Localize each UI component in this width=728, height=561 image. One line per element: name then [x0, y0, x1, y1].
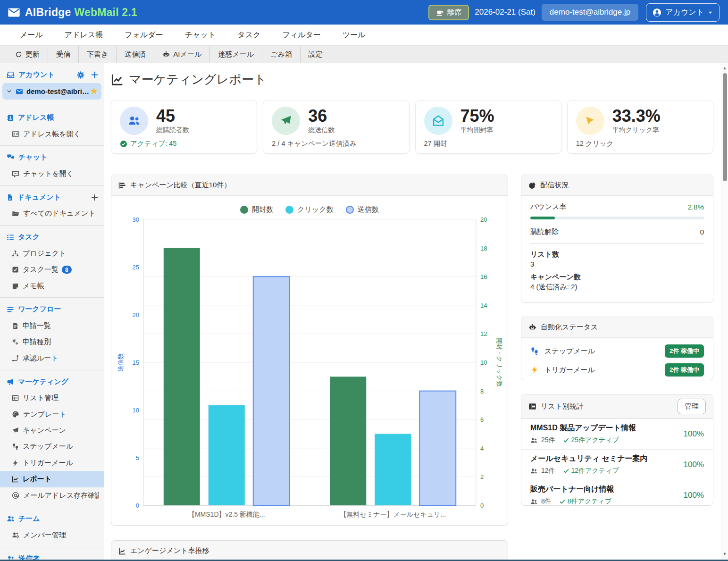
sidebar-item-approval-routes[interactable]: 承認ルート [0, 350, 104, 366]
tab-tasks[interactable]: タスク [237, 30, 260, 40]
away-button-label: 離席 [447, 8, 461, 17]
sidebar-section-team: チーム メンバー管理 [0, 507, 104, 546]
sidebar-item-open-addressbook[interactable]: アドレス帳を開く [0, 126, 104, 142]
y-axis-tick-right: 14 [480, 302, 487, 309]
delivery-status-header: 配信状況 [521, 175, 713, 196]
bar-送信数[interactable] [419, 391, 456, 505]
account-menu-button[interactable]: アカウント [646, 3, 720, 22]
sidebar-item-templates[interactable]: テンプレート [0, 406, 104, 422]
workflow-bars-icon [7, 306, 14, 313]
drafts-button[interactable]: 下書き [79, 46, 117, 63]
campaign-chart-card: キャンペーン比較（直近10件） 開封数クリック数送信数 024681012141… [111, 175, 508, 526]
sidebar-item-email-verification[interactable]: メールアドレス存在確認 [0, 487, 104, 503]
sidebar-item-step-mail[interactable]: ステップメール [0, 439, 104, 455]
chart-legend: 開封数クリック数送信数 [111, 196, 508, 218]
tab-mail[interactable]: メール [20, 30, 43, 40]
scroll-down-arrow[interactable]: ▼ [721, 552, 728, 556]
check-icon [559, 498, 566, 505]
list-active-count: 8件アクティブ [568, 497, 611, 506]
sidebar-account-item[interactable]: demo-test@aibri… ★ [2, 83, 101, 100]
inbox-label: 受信 [56, 50, 70, 59]
refresh-label: 更新 [25, 50, 40, 59]
tab-tools[interactable]: ツール [343, 30, 366, 40]
campaign-chart-header: キャンペーン比較（直近10件） [111, 175, 508, 196]
divider [530, 243, 704, 244]
paper-plane-icon [280, 115, 292, 126]
footprints-icon [530, 347, 539, 355]
marketing-section-header: マーケティング [0, 374, 104, 390]
sidebar-item-open-chat[interactable]: チャットを開く [0, 166, 104, 182]
main-content: マーケティングレポート 4 [104, 63, 721, 560]
legend-item[interactable]: クリック数 [285, 205, 333, 214]
list-stats-header: リスト別統計 管理 [521, 394, 713, 419]
sidebar-item-task-list[interactable]: タスク一覧 8 [0, 262, 104, 278]
sidebar-item-projects[interactable]: プロジェクト [0, 245, 104, 261]
stat-card-subscribers: 45 総購読者数 アクティブ: 45 [111, 100, 257, 154]
sidebar-item-label: トリガーメール [23, 459, 73, 468]
spam-label: 迷惑メール [218, 50, 254, 59]
stat-card-sent: 36 総送信数 2 / 4 キャンペーン送信済み [263, 100, 409, 154]
bar-クリック数[interactable] [209, 405, 245, 505]
vertical-scrollbar[interactable]: ▲ ▼ [721, 63, 728, 560]
delivery-status-card: 配信状況 バウンス率 2.8% 購読解除 [521, 175, 713, 303]
bar-送信数[interactable] [253, 276, 290, 505]
y-axis-tick-left: 25 [133, 264, 139, 271]
envelope-open-icon [433, 115, 444, 126]
at-sign-icon [12, 492, 19, 499]
y-axis-tick-right: 8 [480, 388, 484, 395]
users-icon [530, 498, 537, 505]
y-axis-tick-right: 18 [480, 245, 487, 252]
add-document-icon[interactable] [91, 194, 98, 201]
sidebar-item-trigger-mail[interactable]: トリガーメール [0, 455, 104, 471]
brand: AIBridgeWebMail 2.1 [8, 6, 137, 19]
tab-filters[interactable]: フィルター [282, 30, 321, 40]
app-title: AIBridgeWebMail 2.1 [25, 6, 137, 19]
bar-開封数[interactable] [330, 377, 366, 505]
sidebar-section-accounts: アカウント [0, 63, 104, 106]
gear-icon[interactable] [77, 71, 84, 79]
spam-button[interactable]: 迷惑メール [210, 46, 262, 63]
engagement-trend-title: エンゲージメント率推移 [130, 546, 209, 555]
away-status-button[interactable]: 離席 [428, 5, 469, 20]
add-account-icon[interactable] [91, 71, 98, 78]
sent-button[interactable]: 送信済 [117, 46, 154, 63]
sidebar-item-all-documents[interactable]: すべてのドキュメント [0, 206, 104, 222]
y-axis-tick-right: 10 [480, 359, 487, 366]
sidebar-section-tasks: タスク プロジェクト タスク一覧 [0, 225, 104, 297]
sidebar-item-request-list[interactable]: 申請一覧 [0, 318, 104, 334]
tab-folders[interactable]: フォルダー [125, 30, 163, 40]
scroll-up-arrow[interactable]: ▲ [721, 66, 728, 70]
trigger-mail-badge: 2件 稼働中 [665, 363, 704, 377]
legend-item[interactable]: 送信数 [346, 205, 379, 214]
page-title: マーケティングレポート [111, 71, 713, 88]
users-icon [530, 468, 537, 475]
users-icon [7, 515, 15, 523]
tab-address-book[interactable]: アドレス帳 [65, 30, 103, 40]
ai-mail-button[interactable]: AIメール [154, 46, 210, 63]
person-circle-icon [653, 8, 661, 17]
settings-button[interactable]: 設定 [301, 46, 331, 63]
legend-item[interactable]: 開封数 [240, 205, 273, 214]
scrollbar-thumb[interactable] [723, 73, 727, 181]
list-check-icon [7, 234, 14, 241]
manage-button[interactable]: 管理 [678, 399, 706, 414]
chat-bubble-icon [12, 170, 19, 178]
y-axis-tick-right: 12 [480, 330, 487, 337]
bar-開封数[interactable] [164, 248, 200, 505]
sidebar-item-notes[interactable]: メモ帳 [0, 278, 104, 294]
star-icon: ★ [91, 87, 98, 96]
inbox-icon [7, 71, 15, 79]
envelope-icon [16, 88, 23, 95]
sidebar-item-list-management[interactable]: リスト管理 [0, 390, 104, 406]
robot-icon [162, 50, 170, 58]
sidebar-item-request-types[interactable]: 申請種別 [0, 334, 104, 350]
trash-button[interactable]: ごみ箱 [262, 46, 301, 63]
bar-クリック数[interactable] [375, 434, 411, 506]
refresh-button[interactable]: 更新 [8, 46, 48, 63]
inbox-button[interactable]: 受信 [48, 46, 79, 63]
sidebar-item-reports[interactable]: レポート [0, 471, 104, 487]
sidebar-item-member-management[interactable]: メンバー管理 [0, 527, 104, 543]
sidebar-item-campaigns[interactable]: キャンペーン [0, 422, 104, 438]
tab-chat[interactable]: チャット [185, 30, 216, 40]
users-icon [128, 115, 140, 127]
